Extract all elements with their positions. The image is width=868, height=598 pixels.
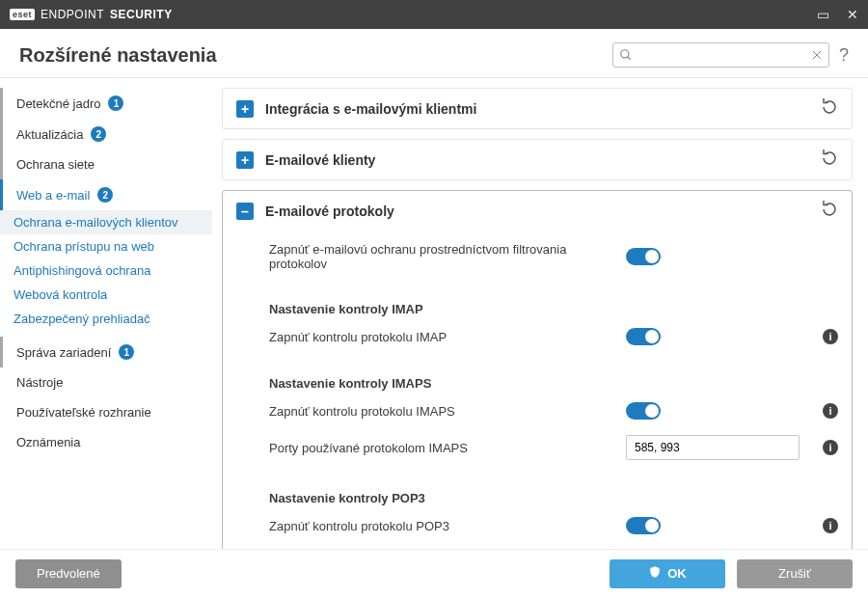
ok-button[interactable]: OK — [610, 559, 725, 588]
sidebar-item-label: Nástroje — [16, 375, 63, 390]
sidebar-sub-webova-kontrola[interactable]: Webová kontrola — [0, 283, 212, 307]
panel-protocols-body: Zapnúť e-mailovú ochranu prostredníctvom… — [223, 231, 852, 549]
info-icon[interactable]: i — [823, 329, 838, 344]
sidebar-badge: 2 — [91, 126, 106, 142]
svg-line-1 — [628, 57, 631, 60]
sidebar-sub-ochrana-pristupu-na-web[interactable]: Ochrana prístupu na web — [0, 234, 212, 258]
sidebar-item-detekcne-jadro[interactable]: Detekčné jadro 1 — [0, 88, 212, 119]
sidebar-badge: 2 — [97, 187, 113, 203]
expand-icon[interactable] — [236, 100, 254, 118]
panel-protocols-header[interactable]: E-mailové protokoly — [223, 191, 852, 231]
sidebar-item-label: Aktualizácia — [16, 127, 83, 142]
setting-label-enable-filtering: Zapnúť e-mailovú ochranu prostredníctvom… — [269, 242, 616, 271]
toggle-enable-pop3[interactable] — [626, 517, 661, 534]
panel-protocols: E-mailové protokoly Zapnúť e-mailovú och… — [222, 190, 853, 549]
sidebar: Detekčné jadro 1 Aktualizácia 2 Ochrana … — [0, 78, 212, 549]
toggle-enable-filtering[interactable] — [626, 248, 661, 265]
sidebar-item-label: Antiphishingová ochrana — [14, 263, 150, 278]
sidebar-item-pouzivatelske-rozhranie[interactable]: Používateľské rozhranie — [0, 397, 212, 427]
collapse-icon[interactable] — [236, 203, 254, 220]
window-close-icon[interactable]: ✕ — [847, 8, 858, 21]
setting-label-imaps-ports: Porty používané protokolom IMAPS — [269, 441, 616, 455]
brand-badge: eset — [10, 9, 35, 20]
sidebar-sub-antiphishingova-ochrana[interactable]: Antiphishingová ochrana — [0, 258, 212, 283]
heading-imap: Nastavenie kontroly IMAP — [269, 302, 838, 316]
panel-title: E-mailové protokoly — [265, 204, 394, 219]
setting-label-enable-imap: Zapnúť kontrolu protokolu IMAP — [269, 330, 616, 344]
panel-clients-header[interactable]: E-mailové klienty — [223, 140, 852, 179]
titlebar: eset ENDPOINT SECURITY ▭ ✕ — [0, 0, 868, 29]
panel-integration-header[interactable]: Integrácia s e-mailovými klientmi — [223, 89, 852, 128]
info-icon[interactable]: i — [823, 403, 838, 419]
sidebar-item-label: Ochrana prístupu na web — [14, 239, 154, 254]
clear-search-icon[interactable] — [811, 49, 823, 61]
panel-title: E-mailové klienty — [265, 152, 375, 168]
setting-label-enable-imaps: Zapnúť kontrolu protokolu IMAPS — [269, 404, 616, 419]
revert-icon[interactable] — [821, 98, 838, 119]
setting-label-enable-pop3: Zapnúť kontrolu protokolu POP3 — [269, 519, 616, 533]
sidebar-badge: 1 — [108, 95, 123, 111]
sidebar-item-sprava-zariadeni[interactable]: Správa zariadení 1 — [0, 337, 212, 367]
search-icon — [619, 48, 633, 62]
panel-title: Integrácia s e-mailovými klientmi — [265, 101, 476, 117]
toggle-enable-imap[interactable] — [626, 328, 661, 345]
sidebar-sub-ochrana-emailovych-klientov[interactable]: Ochrana e-mailových klientov — [0, 210, 212, 234]
page-title: Rozšírené nastavenia — [19, 44, 217, 67]
help-button[interactable]: ? — [839, 45, 849, 66]
search-box[interactable] — [612, 42, 829, 68]
header: Rozšírené nastavenia ? — [0, 29, 868, 78]
sidebar-item-aktualizacia[interactable]: Aktualizácia 2 — [0, 119, 212, 150]
heading-imaps: Nastavenie kontroly IMAPS — [269, 376, 838, 391]
sidebar-item-label: Detekčné jadro — [16, 96, 100, 111]
info-icon[interactable]: i — [823, 440, 838, 455]
sidebar-item-label: Webová kontrola — [14, 287, 107, 302]
heading-pop3: Nastavenie kontroly POP3 — [269, 491, 838, 505]
input-imaps-ports[interactable] — [626, 435, 800, 460]
panel-clients: E-mailové klienty — [222, 139, 853, 180]
sidebar-item-web-a-email[interactable]: Web a e-mail 2 — [0, 179, 212, 210]
revert-icon[interactable] — [821, 150, 838, 170]
shield-icon — [648, 565, 662, 582]
brand-text-thin: ENDPOINT — [41, 8, 104, 21]
defaults-button[interactable]: Predvolené — [15, 559, 122, 588]
main-panel: Integrácia s e-mailovými klientmi E-mail… — [212, 78, 868, 549]
expand-icon[interactable] — [236, 151, 254, 169]
info-icon[interactable]: i — [823, 518, 838, 533]
cancel-button[interactable]: Zrušiť — [737, 559, 853, 588]
sidebar-item-label: Oznámenia — [16, 435, 80, 449]
revert-icon[interactable] — [821, 201, 838, 221]
sidebar-item-nastroje[interactable]: Nástroje — [0, 367, 212, 397]
brand: eset ENDPOINT SECURITY — [10, 8, 173, 21]
toggle-enable-imaps[interactable] — [626, 402, 661, 420]
sidebar-item-label: Používateľské rozhranie — [16, 405, 151, 420]
panel-integration: Integrácia s e-mailovými klientmi — [222, 88, 853, 129]
sidebar-item-label: Ochrana e-mailových klientov — [14, 215, 178, 230]
sidebar-item-label: Ochrana siete — [16, 157, 95, 172]
button-label: Zrušiť — [778, 566, 811, 581]
brand-text-bold: SECURITY — [110, 8, 173, 21]
svg-point-0 — [621, 50, 629, 58]
footer: Predvolené OK Zrušiť — [0, 549, 868, 597]
button-label: Predvolené — [37, 566, 100, 581]
sidebar-item-oznamenia[interactable]: Oznámenia — [0, 427, 212, 457]
sidebar-item-label: Zabezpečený prehliadač — [14, 312, 150, 326]
sidebar-item-ochrana-siete[interactable]: Ochrana siete — [0, 150, 212, 179]
sidebar-badge: 1 — [119, 344, 134, 360]
button-label: OK — [667, 566, 687, 581]
sidebar-sub-zabezpeceny-prehliadac[interactable]: Zabezpečený prehliadač — [0, 307, 212, 331]
sidebar-item-label: Správa zariadení — [16, 345, 111, 360]
sidebar-item-label: Web a e-mail — [16, 188, 90, 203]
search-input[interactable] — [638, 43, 805, 67]
window-maximize-icon[interactable]: ▭ — [817, 8, 829, 21]
